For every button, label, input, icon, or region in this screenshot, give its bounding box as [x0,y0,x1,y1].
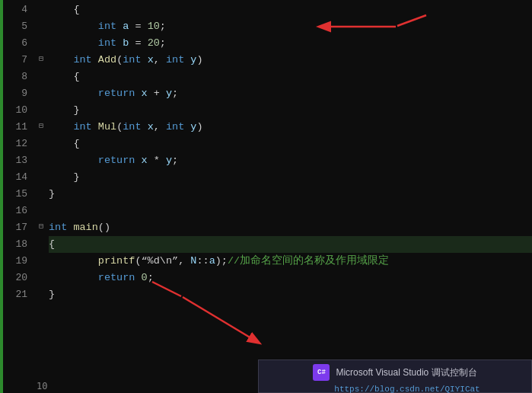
code-line-17: int main() [49,219,532,236]
line-number-5: 5 [3,18,27,35]
gutter-row-20 [33,268,49,285]
gutter-row-11[interactable]: ⊟ [33,117,49,134]
code-line-19: printf(“%d\n”, N::a);//加命名空间的名称及作用域限定 [49,253,532,270]
code-content: { int a = 10; int b = 20; int Add(int x,… [49,0,532,393]
line-number-13: 13 [3,152,27,169]
popup-inner: C# Microsoft Visual Studio 调试控制台 [305,360,484,385]
code-line-14: } [49,169,532,186]
code-line-7: int Add(int x, int y) [49,52,532,69]
popup-url-row: https://blog.csdn.net/QIYICat [302,385,487,393]
code-line-6: int b = 20; [49,35,532,52]
gutter-row-9 [33,84,49,101]
line-number-4: 4 [3,2,27,18]
line-number-12: 12 [3,136,27,152]
code-editor: 456789101112131415161718192021 ⊟⊟⊟ { int… [0,0,532,393]
gutter-row-13 [33,151,49,168]
code-line-5: int a = 10; [49,18,532,35]
gutter: ⊟⊟⊟ [33,0,49,393]
line-num-badge: 10 [30,379,53,393]
line-number-9: 9 [3,85,27,102]
code-line-16 [49,203,532,219]
code-line-20: return 0; [49,270,532,286]
gutter-row-21 [33,285,49,302]
gutter-row-5 [33,17,49,34]
code-line-21: } [49,286,532,303]
gutter-row-12 [33,134,49,151]
line-number-7: 7 [3,52,27,69]
line-number-10: 10 [3,102,27,119]
code-area: 456789101112131415161718192021 ⊟⊟⊟ { int… [0,0,532,393]
gutter-row-17[interactable]: ⊟ [33,218,49,235]
line-number-20: 20 [3,270,27,286]
line-number-21: 21 [3,286,27,303]
code-line-13: return x * y; [49,152,532,169]
line-numbers: 456789101112131415161718192021 [3,0,33,393]
gutter-row-14 [33,168,49,184]
line-number-16: 16 [3,203,27,219]
code-line-18: { [49,236,532,253]
code-line-9: return x + y; [49,85,532,102]
line-number-14: 14 [3,169,27,186]
line-number-15: 15 [3,186,27,203]
gutter-row-4 [33,0,49,17]
line-number-17: 17 [3,219,27,236]
gutter-row-6 [33,34,49,50]
gutter-row-16 [33,201,49,218]
vs-icon: C# [313,364,330,381]
popup-debug-console[interactable]: C# Microsoft Visual Studio 调试控制台 https:/… [258,359,532,393]
line-number-8: 8 [3,69,27,85]
code-line-11: int Mul(int x, int y) [49,119,532,136]
line-number-11: 11 [3,119,27,136]
code-line-10: } [49,102,532,119]
code-line-15: } [49,186,532,203]
gutter-row-7[interactable]: ⊟ [33,50,49,67]
line-number-18: 18 [3,236,27,253]
line-number-19: 19 [3,253,27,270]
code-line-8: { [49,69,532,85]
gutter-row-19 [33,251,49,268]
gutter-row-15 [33,184,49,201]
gutter-row-18 [33,235,49,251]
line-number-6: 6 [3,35,27,52]
code-line-4: { [49,2,532,18]
gutter-row-8 [33,67,49,84]
code-line-12: { [49,136,532,152]
popup-url: https://blog.csdn.net/QIYICat [334,385,479,393]
gutter-row-10 [33,101,49,117]
popup-title: Microsoft Visual Studio 调试控制台 [336,366,476,379]
